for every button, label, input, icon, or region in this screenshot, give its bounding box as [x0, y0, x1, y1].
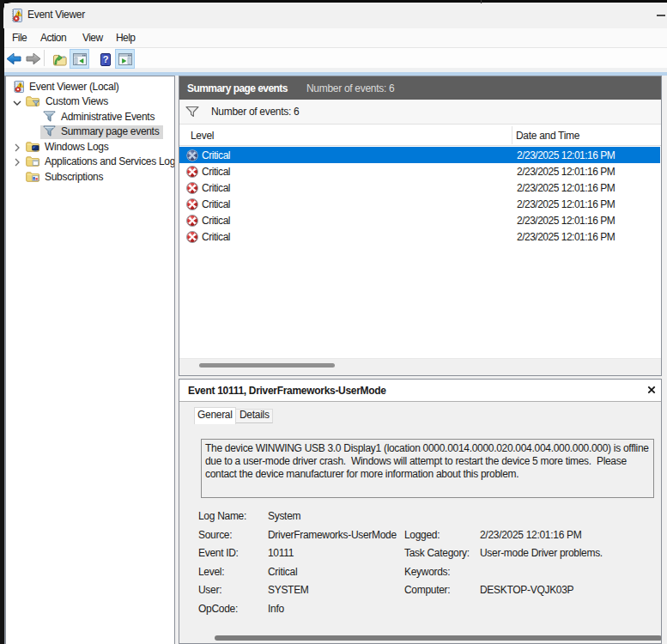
svg-text:?: ? [103, 54, 109, 64]
